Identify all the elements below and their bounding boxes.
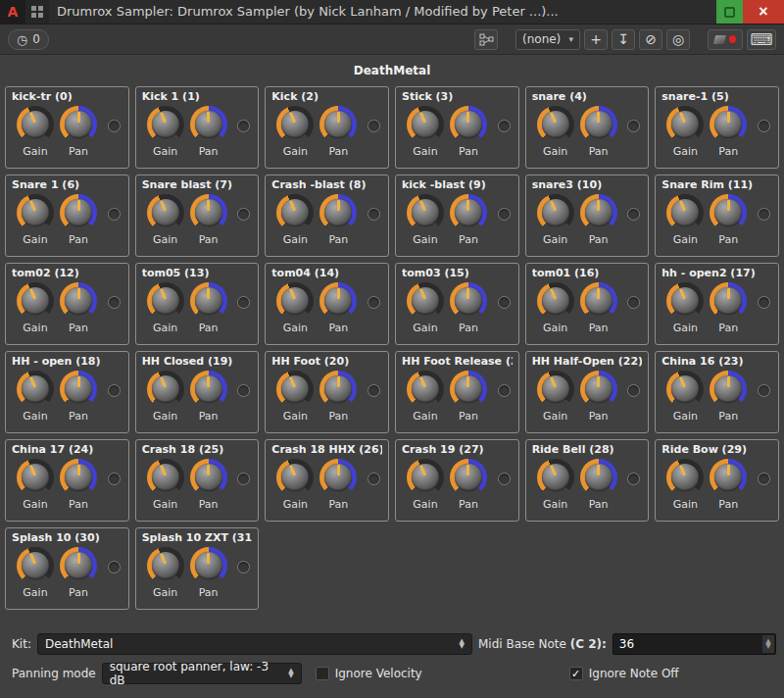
pan-knob[interactable] [580, 194, 617, 231]
gain-knob[interactable] [276, 459, 314, 496]
pan-knob[interactable] [450, 459, 487, 496]
pan-knob[interactable] [319, 459, 357, 496]
gain-knob[interactable] [17, 371, 54, 408]
pan-knob[interactable] [710, 282, 747, 320]
pan-knob[interactable] [710, 106, 747, 143]
pan-knob[interactable] [190, 194, 227, 231]
gain-knob[interactable] [276, 106, 314, 143]
titlebar[interactable]: A Drumrox Sampler: Drumrox Sampler (by N… [0, 0, 784, 25]
pan-knob[interactable] [319, 282, 357, 320]
gain-knob[interactable] [407, 106, 444, 143]
gain-knob[interactable] [666, 371, 704, 408]
pan-knob[interactable] [319, 106, 357, 143]
window-menu-button[interactable] [25, 0, 49, 24]
gain-knob[interactable] [147, 282, 184, 320]
pan-label: Pan [459, 145, 478, 158]
delay-button[interactable]: ◷ 0 [8, 29, 49, 50]
gain-knob[interactable] [147, 194, 184, 231]
midi-keyboard-button[interactable]: ⌨ [747, 29, 776, 50]
pan-knob[interactable] [190, 106, 227, 143]
kit-dropdown[interactable]: DeathMetal ▲▼ [37, 633, 472, 655]
pan-knob[interactable] [60, 282, 97, 320]
pan-knob[interactable] [710, 459, 747, 496]
gain-knob[interactable] [537, 282, 574, 320]
pan-knob[interactable] [450, 194, 487, 231]
trigger-led [498, 208, 511, 221]
ignore-note-off-checkbox[interactable]: ✓ [569, 667, 583, 680]
gain-knob[interactable] [666, 282, 704, 320]
instrument-label: snare (4) [532, 90, 643, 103]
knob-row: Gain Pan [142, 106, 253, 158]
gain-knob[interactable] [537, 106, 574, 143]
pan-knob[interactable] [450, 106, 487, 143]
gain-label: Gain [413, 145, 437, 158]
gain-knob[interactable] [17, 194, 54, 231]
knob-row: Gain Pan [402, 371, 513, 423]
pan-knob[interactable] [190, 459, 227, 496]
close-button[interactable]: × [743, 0, 784, 24]
gain-knob[interactable] [666, 459, 704, 496]
panning-mode-dropdown[interactable]: square root panner, law: -3 dB ▲▼ [102, 663, 302, 684]
maximize-button[interactable] [716, 0, 743, 24]
automation-button[interactable] [708, 29, 743, 50]
pan-knob[interactable] [190, 371, 227, 408]
gain-knob[interactable] [666, 194, 704, 231]
gain-knob[interactable] [537, 194, 574, 231]
pan-knob[interactable] [450, 371, 487, 408]
pan-knob[interactable] [710, 371, 747, 408]
pan-knob[interactable] [319, 194, 357, 231]
pan-knob[interactable] [319, 371, 357, 408]
pan-knob[interactable] [580, 282, 617, 320]
knob-row: Gain Pan [402, 459, 513, 511]
pan-knob[interactable] [580, 371, 617, 408]
ignore-velocity-checkbox[interactable] [316, 667, 329, 680]
gain-knob[interactable] [407, 194, 444, 231]
entry-stepper-icon[interactable]: ▲▼ [762, 635, 774, 653]
bypass-button[interactable]: ◎ [666, 29, 690, 50]
save-preset-button[interactable]: ↧ [612, 29, 635, 50]
midi-base-note-input[interactable] [612, 633, 776, 655]
gain-knob[interactable] [537, 459, 574, 496]
pan-knob[interactable] [580, 459, 617, 496]
knob-pointer [77, 288, 80, 299]
knob-pointer [679, 465, 686, 475]
delete-preset-button[interactable]: ⊘ [639, 29, 662, 50]
knob-cap [65, 552, 92, 579]
gain-knob[interactable] [276, 194, 314, 231]
gain-knob[interactable] [147, 547, 184, 584]
gain-knob[interactable] [17, 547, 54, 584]
gain-knob[interactable] [147, 371, 184, 408]
pan-knob[interactable] [710, 194, 747, 231]
knob-row: Gain Pan [532, 282, 643, 334]
trigger-led [758, 473, 770, 485]
gain-knob[interactable] [537, 371, 574, 408]
gain-knob[interactable] [17, 459, 54, 496]
pan-knob[interactable] [190, 282, 227, 320]
gain-knob[interactable] [666, 106, 704, 143]
delay-value: 0 [32, 32, 40, 46]
routing-button[interactable] [474, 29, 498, 50]
pan-knob[interactable] [60, 547, 97, 584]
gain-knob[interactable] [276, 282, 314, 320]
drum-pad-cell: HH - open (18) Gain Pan [5, 351, 129, 433]
gain-knob[interactable] [147, 106, 184, 143]
gain-knob[interactable] [407, 282, 444, 320]
pan-knob[interactable] [60, 106, 97, 143]
pan-knob[interactable] [60, 371, 97, 408]
preset-dropdown[interactable]: (none) ▾ [515, 29, 580, 50]
gain-knob[interactable] [276, 371, 314, 408]
pan-knob[interactable] [60, 194, 97, 231]
app-logo-icon[interactable]: A [0, 0, 25, 24]
pan-knob[interactable] [580, 106, 617, 143]
gain-knob[interactable] [17, 106, 54, 143]
gain-knob[interactable] [407, 459, 444, 496]
gain-knob[interactable] [17, 282, 54, 320]
gain-knob[interactable] [407, 371, 444, 408]
knob-pointer [549, 288, 556, 299]
pan-knob[interactable] [60, 459, 97, 496]
gain-knob[interactable] [147, 459, 184, 496]
pan-knob[interactable] [450, 282, 487, 320]
knob-cap [412, 375, 439, 403]
pan-knob[interactable] [190, 547, 227, 584]
add-preset-button[interactable]: + [584, 29, 608, 50]
